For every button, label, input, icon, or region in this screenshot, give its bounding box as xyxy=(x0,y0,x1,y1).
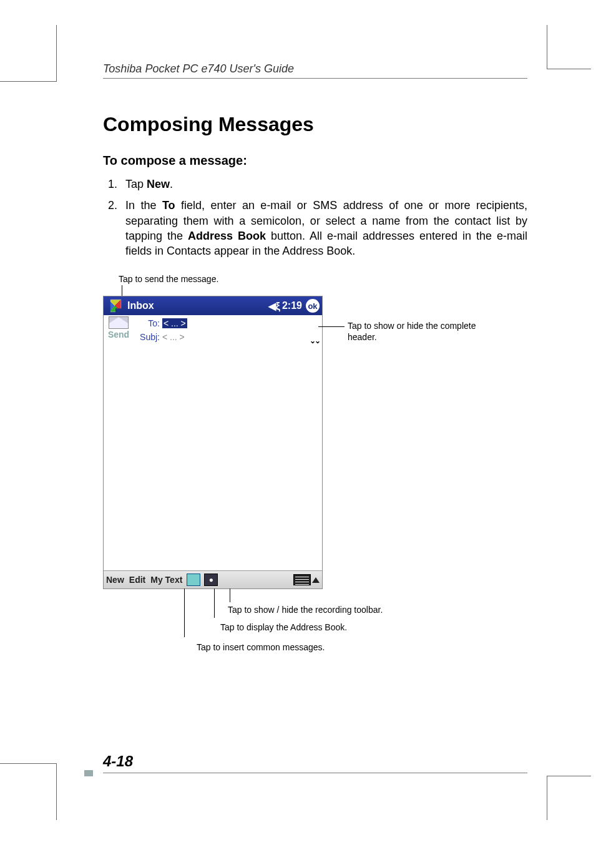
to-field[interactable]: < ... > xyxy=(162,318,187,328)
subj-field[interactable]: < ... > xyxy=(162,332,185,342)
figure: Tap to send the message. Inbox ◀ξ 2:19 o… xyxy=(103,274,527,673)
menu-my-text[interactable]: My Text xyxy=(148,575,185,585)
send-button[interactable]: Send xyxy=(105,330,132,339)
leader-line xyxy=(318,326,345,327)
step-1: Tap New. xyxy=(120,177,527,192)
clock: 2:19 xyxy=(282,300,302,311)
address-book-icon[interactable] xyxy=(187,574,200,586)
to-label: To: xyxy=(135,318,160,328)
bottom-toolbar: New Edit My Text ● xyxy=(104,570,322,589)
callout-send: Tap to send the message. xyxy=(119,274,218,285)
crop-mark xyxy=(547,776,591,820)
callout-my-text: Tap to insert common messages. xyxy=(197,642,325,653)
page-footer: 4-18 xyxy=(103,753,527,773)
footer-rule xyxy=(103,773,527,773)
leader-line xyxy=(184,589,185,637)
section-title: Composing Messages xyxy=(103,113,527,136)
header-toggle-icon[interactable]: ⌄⌄ xyxy=(310,336,320,345)
step-bold: To xyxy=(162,199,175,212)
leader-line xyxy=(214,589,215,618)
step-text: Tap xyxy=(125,178,147,190)
message-body[interactable] xyxy=(104,346,322,571)
envelope-icon[interactable] xyxy=(109,316,129,329)
recording-icon[interactable]: ● xyxy=(204,574,218,586)
crop-mark xyxy=(0,763,57,820)
page-number: 4-18 xyxy=(103,753,133,769)
start-icon[interactable] xyxy=(109,300,122,313)
titlebar: Inbox ◀ξ 2:19 ok xyxy=(104,296,322,315)
step-text: . xyxy=(170,178,173,190)
keyboard-icon[interactable] xyxy=(293,574,311,585)
message-header: Send To: < ... > Subj: < ... > ⌄⌄ xyxy=(104,315,322,347)
running-head: Toshiba Pocket PC e740 User's Guide xyxy=(103,62,527,79)
subj-label: Subj: xyxy=(135,332,160,342)
app-title: Inbox xyxy=(127,300,154,311)
menu-new[interactable]: New xyxy=(104,575,127,585)
callout-address-book: Tap to display the Address Book. xyxy=(220,622,347,633)
step-text: In the xyxy=(125,199,162,212)
step-list: Tap New. In the To field, enter an e-mai… xyxy=(103,177,527,258)
crop-mark xyxy=(547,25,591,69)
ok-button[interactable]: ok xyxy=(306,299,320,313)
step-2: In the To field, enter an e-mail or SMS … xyxy=(120,198,527,258)
volume-icon[interactable]: ◀ξ xyxy=(268,300,280,312)
menu-edit[interactable]: Edit xyxy=(127,575,148,585)
leader-line xyxy=(230,589,230,602)
callout-header-toggle: Tap to show or hide the complete header. xyxy=(348,321,497,343)
crop-mark xyxy=(0,25,57,82)
callout-recording: Tap to show / hide the recording toolbar… xyxy=(228,605,383,616)
step-bold: New xyxy=(147,178,170,190)
section-subhead: To compose a message: xyxy=(103,154,527,168)
step-bold: Address Book xyxy=(188,230,266,242)
input-panel-arrow-icon[interactable] xyxy=(312,577,320,583)
device-screenshot: Inbox ◀ξ 2:19 ok Send To: < ... > Su xyxy=(103,296,323,589)
